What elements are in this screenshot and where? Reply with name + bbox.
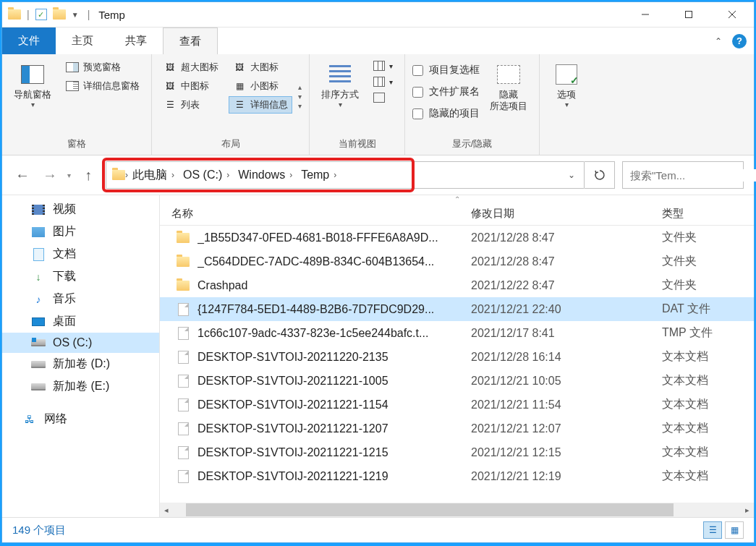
navigation-sidebar[interactable]: 视频 图片 文档 ↓下载 ♪音乐 桌面 OS (C:) 新加卷 (D:) 新加卷… [2,195,160,517]
qat-dropdown-icon[interactable]: ▼ [72,11,82,19]
sort-by-button[interactable]: 排序方式 ▾ [317,59,363,135]
scroll-left-icon[interactable]: ◂ [160,503,173,516]
file-row[interactable]: _C564DDEC-7ADC-489B-834C-604B13654...202… [160,249,754,273]
item-checkboxes-toggle[interactable]: 项目复选框 [412,61,480,79]
address-dropdown-icon[interactable]: ⌄ [559,170,584,180]
hidden-items-checkbox[interactable] [412,108,423,119]
sidebar-item-music[interactable]: ♪音乐 [2,288,159,310]
breadcrumb-item[interactable]: Windows› [234,162,297,188]
close-button[interactable] [710,2,754,27]
group-by-button[interactable]: ▾ [369,59,397,73]
file-name: Crashpad [198,279,247,292]
layout-l-icons[interactable]: 🖼大图标 [229,59,292,76]
hide-selected-button[interactable]: 隐藏所选项目 [485,59,532,135]
forward-button[interactable]: → [40,165,60,185]
file-row[interactable]: DESKTOP-S1VTOIJ-20211220-21352021/12/28 … [160,345,754,369]
sidebar-item-drive-e[interactable]: 新加卷 (E:) [2,375,159,398]
address-bar[interactable]: › 此电脑› OS (C:)› Windows› Temp› ⌄ [106,161,585,189]
file-name: DESKTOP-S1VTOIJ-20211221-1207 [198,422,388,435]
refresh-button[interactable] [585,161,615,189]
layout-scroll-up-icon[interactable]: ▴ [298,83,302,91]
scrollbar-thumb[interactable] [186,503,674,516]
file-date: 2021/12/21 11:54 [471,398,662,411]
file-icon [176,445,190,460]
sidebar-item-videos[interactable]: 视频 [2,198,159,221]
details-view-toggle[interactable]: ☰ [703,521,722,539]
layout-details[interactable]: ☰详细信息 [229,96,292,114]
size-columns-icon [373,93,385,103]
thumbnails-view-toggle[interactable]: ▦ [725,521,744,539]
file-name: DESKTOP-S1VTOIJ-20211221-1005 [198,375,388,388]
layout-s-icons[interactable]: ▦小图标 [229,77,292,95]
file-type: 文本文档 [662,397,754,412]
column-header-type[interactable]: 类型 [662,207,754,221]
list-icon: ☰ [163,100,177,110]
sidebar-item-downloads[interactable]: ↓下载 [2,265,159,288]
chevron-right-icon: › [226,170,229,180]
tab-home[interactable]: 主页 [56,27,109,54]
sidebar-item-pictures[interactable]: 图片 [2,221,159,243]
add-columns-button[interactable]: ▾ [369,74,397,89]
layout-m-icons[interactable]: 🖼中图标 [159,77,223,95]
properties-icon[interactable]: ✓ [35,9,47,20]
file-row[interactable]: DESKTOP-S1VTOIJ-20211221-12152021/12/21 … [160,440,754,464]
file-row[interactable]: Crashpad2021/12/22 8:47文件夹 [160,273,754,297]
file-row[interactable]: DESKTOP-S1VTOIJ-20211221-10052021/12/21 … [160,369,754,393]
scrollbar-track[interactable] [186,503,728,516]
history-dropdown-icon[interactable]: ▾ [67,171,71,179]
search-input[interactable] [630,169,756,182]
minimize-button[interactable] [624,2,667,27]
size-columns-button[interactable] [369,90,397,105]
downloads-icon: ↓ [31,270,46,283]
item-checkboxes-checkbox[interactable] [412,65,423,76]
breadcrumb-item[interactable]: 此电脑› [128,162,179,188]
breadcrumb-item[interactable]: OS (C:)› [179,162,234,188]
column-header-name[interactable]: 名称 [160,207,471,221]
layout-scroll-down-icon[interactable]: ▾ [298,93,302,101]
file-list[interactable]: _1B55D347-0FED-4681-B018-FFFE6A8A9D...20… [160,226,754,503]
tab-view[interactable]: 查看 [163,27,218,54]
sidebar-item-os-c[interactable]: OS (C:) [2,333,159,353]
group-label-layout: 布局 [159,135,302,155]
up-button[interactable]: ↑ [78,165,98,185]
file-row[interactable]: {1247F784-5ED1-4489-B2B6-7D7FDC9D29...20… [160,297,754,321]
navigation-pane-icon [21,65,44,84]
tab-share[interactable]: 共享 [109,27,163,54]
file-row[interactable]: _1B55D347-0FED-4681-B018-FFFE6A8A9D...20… [160,226,754,249]
breadcrumb-item[interactable]: Temp› [297,162,341,188]
file-row[interactable]: 1c66c107-9adc-4337-823e-1c5ee244bafc.t..… [160,321,754,345]
layout-list[interactable]: ☰列表 [159,96,223,114]
qat-divider: | [88,9,90,20]
back-button[interactable]: ← [12,165,33,185]
column-resize-grip[interactable]: ⌃ [160,195,754,202]
sidebar-item-desktop[interactable]: 桌面 [2,310,159,333]
file-extensions-checkbox[interactable] [412,87,423,98]
tab-file[interactable]: 文件 [2,27,56,54]
hidden-items-toggle[interactable]: 隐藏的项目 [412,105,480,122]
scroll-right-icon[interactable]: ▸ [741,503,754,516]
column-header-date[interactable]: 修改日期 [471,207,662,221]
sidebar-item-documents[interactable]: 文档 [2,243,159,265]
layout-expand-icon[interactable]: ▾ [298,102,302,110]
file-name: 1c66c107-9adc-4337-823e-1c5ee244bafc.t..… [198,327,428,340]
s-icons-icon: ▦ [233,81,246,91]
file-row[interactable]: DESKTOP-S1VTOIJ-20211221-12072021/12/21 … [160,417,754,440]
layout-xl-icons[interactable]: 🖼超大图标 [159,59,223,76]
help-icon[interactable]: ? [732,34,747,48]
file-row[interactable]: DESKTOP-S1VTOIJ-20211221-11542021/12/21 … [160,393,754,417]
navigation-pane-button[interactable]: 导航窗格 ▾ [9,59,56,135]
file-icon [176,469,190,484]
horizontal-scrollbar[interactable]: ◂ ▸ [160,503,754,517]
pictures-icon [31,226,46,239]
file-row[interactable]: DESKTOP-S1VTOIJ-20211221-12192021/12/21 … [160,464,754,488]
sidebar-item-drive-d[interactable]: 新加卷 (D:) [2,353,159,375]
maximize-button[interactable] [667,2,710,27]
folder-icon[interactable] [53,8,66,21]
options-button[interactable]: 选项 ▾ [547,59,586,137]
search-box[interactable]: 🔍 [622,161,744,189]
file-extensions-toggle[interactable]: 文件扩展名 [412,83,480,101]
details-pane-button[interactable]: 详细信息窗格 [61,77,144,95]
preview-pane-button[interactable]: 预览窗格 [61,59,144,76]
collapse-ribbon-icon[interactable]: ⌃ [715,36,722,46]
sidebar-item-network[interactable]: 🖧网络 [2,408,159,430]
